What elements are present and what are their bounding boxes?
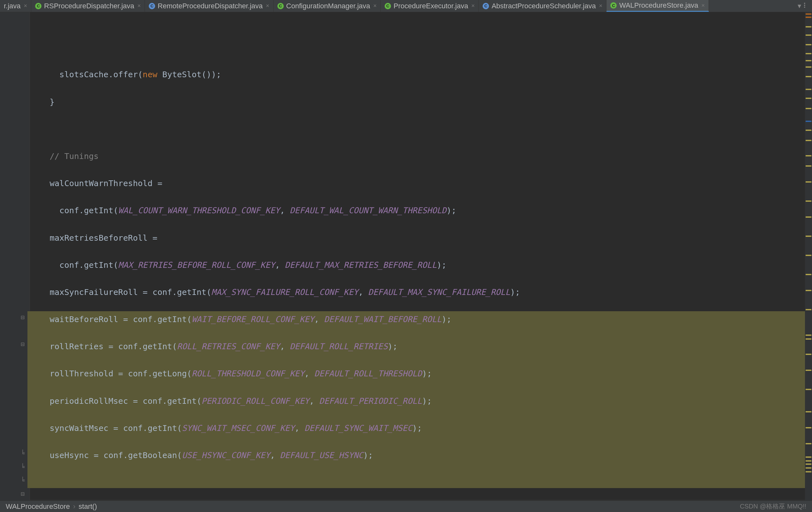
chevron-down-icon[interactable]: ▾	[798, 2, 801, 10]
error-stripe[interactable]	[805, 12, 812, 501]
close-icon[interactable]: ×	[471, 3, 475, 9]
editor-tabs: r.java × C RSProcedureDispatcher.java × …	[0, 0, 812, 12]
fold-collapse-icon[interactable]: ⊟	[19, 490, 26, 497]
editor-area: ⊟ ⊟ ╘ ╘ ╘ ⊟ slotsCache.offer(new ByteSlo…	[0, 12, 812, 501]
interface-icon: C	[483, 3, 489, 9]
gutter[interactable]: ⊟ ⊟ ╘ ╘ ╘ ⊟	[0, 12, 30, 501]
tab-abstractprocedurescheduler[interactable]: C AbstractProcedureScheduler.java ×	[479, 0, 606, 12]
close-icon[interactable]: ×	[373, 3, 377, 9]
tab-label: AbstractProcedureScheduler.java	[492, 2, 596, 10]
tab-rsproceduredispatcher[interactable]: C RSProcedureDispatcher.java ×	[31, 0, 145, 12]
close-icon[interactable]: ×	[701, 2, 705, 9]
class-icon: C	[35, 3, 41, 9]
fold-collapse-icon[interactable]: ⊟	[19, 340, 26, 347]
close-icon[interactable]: ×	[24, 3, 27, 9]
method-separator	[30, 500, 805, 500]
tab-label: WALProcedureStore.java	[619, 1, 698, 9]
close-icon[interactable]: ×	[266, 3, 269, 9]
tab-label: RSProcedureDispatcher.java	[44, 2, 134, 10]
breadcrumb-separator-icon: ›	[70, 503, 79, 511]
watermark-text: CSDN @格格巫 MMQ!!	[740, 502, 806, 511]
tab-label: ProcedureExecutor.java	[394, 2, 468, 10]
status-bar: WALProcedureStore › start() CSDN @格格巫 MM…	[0, 501, 812, 512]
more-icon[interactable]: ⠇	[803, 2, 809, 10]
tab-remoteproceduredispatcher[interactable]: C RemoteProcedureDispatcher.java ×	[145, 0, 273, 12]
tab-label: r.java	[4, 2, 21, 10]
breadcrumb-method[interactable]: start()	[79, 503, 97, 511]
class-icon: C	[385, 3, 391, 9]
class-icon: C	[278, 3, 284, 9]
tab-walprocedurestore[interactable]: C WALProcedureStore.java ×	[606, 0, 709, 12]
tab-label: RemoteProcedureDispatcher.java	[158, 2, 263, 10]
class-icon: C	[610, 2, 617, 9]
tab-procedureexecutor[interactable]: C ProcedureExecutor.java ×	[381, 0, 479, 12]
code-editor[interactable]: slotsCache.offer(new ByteSlot()); } // T…	[30, 12, 805, 501]
tab-configurationmanager[interactable]: C ConfigurationManager.java ×	[273, 0, 381, 12]
interface-icon: C	[149, 3, 155, 9]
tabs-overflow[interactable]: ▾ ⠇	[794, 0, 812, 12]
close-icon[interactable]: ×	[138, 3, 141, 9]
fold-end-icon[interactable]: ╘	[19, 463, 26, 470]
tab-label: ConfigurationManager.java	[286, 2, 370, 10]
fold-collapse-icon[interactable]: ⊟	[19, 313, 26, 320]
close-icon[interactable]: ×	[599, 3, 603, 9]
tab-partial[interactable]: r.java ×	[0, 0, 31, 12]
breadcrumb-class[interactable]: WALProcedureStore	[6, 503, 70, 511]
fold-end-icon[interactable]: ╘	[19, 450, 26, 456]
fold-end-icon[interactable]: ╘	[19, 477, 26, 484]
